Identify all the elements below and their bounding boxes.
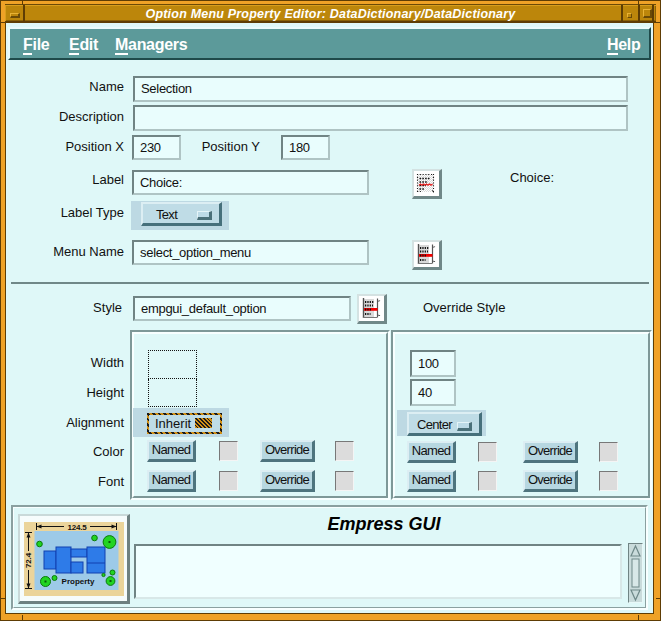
- svg-text:124.5: 124.5: [67, 523, 87, 532]
- svg-text:72.4: 72.4: [24, 552, 33, 568]
- svg-text:Property: Property: [62, 577, 95, 586]
